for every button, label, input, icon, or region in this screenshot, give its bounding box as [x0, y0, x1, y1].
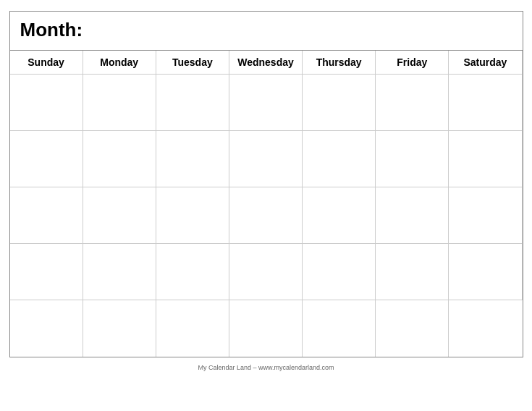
cell-r3-sun[interactable] — [10, 187, 83, 244]
month-label: Month: — [20, 19, 83, 41]
day-header-sunday: Sunday — [10, 51, 83, 75]
cell-r5-mon[interactable] — [83, 300, 156, 357]
cell-r1-wed[interactable] — [229, 75, 303, 131]
cell-r3-thu[interactable] — [303, 187, 376, 244]
day-header-tuesday: Tuesday — [156, 51, 229, 75]
cell-r3-mon[interactable] — [83, 187, 156, 244]
cell-r5-thu[interactable] — [303, 300, 376, 357]
footer-text: My Calendar Land – www.mycalendarland.co… — [198, 364, 334, 371]
cell-r1-thu[interactable] — [303, 75, 376, 131]
cell-r4-tue[interactable] — [156, 244, 229, 300]
calendar-header: Month: — [10, 12, 523, 51]
cell-r2-mon[interactable] — [83, 131, 156, 187]
day-header-monday: Monday — [83, 51, 156, 75]
day-header-wednesday: Wednesday — [229, 51, 303, 75]
calendar-grid: Sunday Monday Tuesday Wednesday Thursday… — [10, 51, 523, 357]
cell-r4-sat[interactable] — [449, 244, 522, 300]
cell-r5-sat[interactable] — [449, 300, 522, 357]
day-header-thursday: Thursday — [303, 51, 376, 75]
cell-r4-sun[interactable] — [10, 244, 83, 300]
cell-r2-sat[interactable] — [449, 131, 522, 187]
cell-r1-sat[interactable] — [449, 75, 522, 131]
cell-r3-tue[interactable] — [156, 187, 229, 244]
day-header-saturday: Saturday — [449, 51, 522, 75]
calendar-container: Month: Sunday Monday Tuesday Wednesday T… — [9, 11, 523, 357]
day-header-friday: Friday — [376, 51, 449, 75]
cell-r2-wed[interactable] — [229, 131, 303, 187]
cell-r1-sun[interactable] — [10, 75, 83, 131]
cell-r2-fri[interactable] — [376, 131, 449, 187]
cell-r3-sat[interactable] — [449, 187, 522, 244]
cell-r2-thu[interactable] — [303, 131, 376, 187]
cell-r1-mon[interactable] — [83, 75, 156, 131]
cell-r4-wed[interactable] — [229, 244, 303, 300]
cell-r5-fri[interactable] — [376, 300, 449, 357]
cell-r1-tue[interactable] — [156, 75, 229, 131]
cell-r5-wed[interactable] — [229, 300, 303, 357]
cell-r3-fri[interactable] — [376, 187, 449, 244]
cell-r1-fri[interactable] — [376, 75, 449, 131]
cell-r4-mon[interactable] — [83, 244, 156, 300]
cell-r5-tue[interactable] — [156, 300, 229, 357]
cell-r3-wed[interactable] — [229, 187, 303, 244]
cell-r4-thu[interactable] — [303, 244, 376, 300]
cell-r2-tue[interactable] — [156, 131, 229, 187]
cell-r2-sun[interactable] — [10, 131, 83, 187]
cell-r5-sun[interactable] — [10, 300, 83, 357]
cell-r4-fri[interactable] — [376, 244, 449, 300]
